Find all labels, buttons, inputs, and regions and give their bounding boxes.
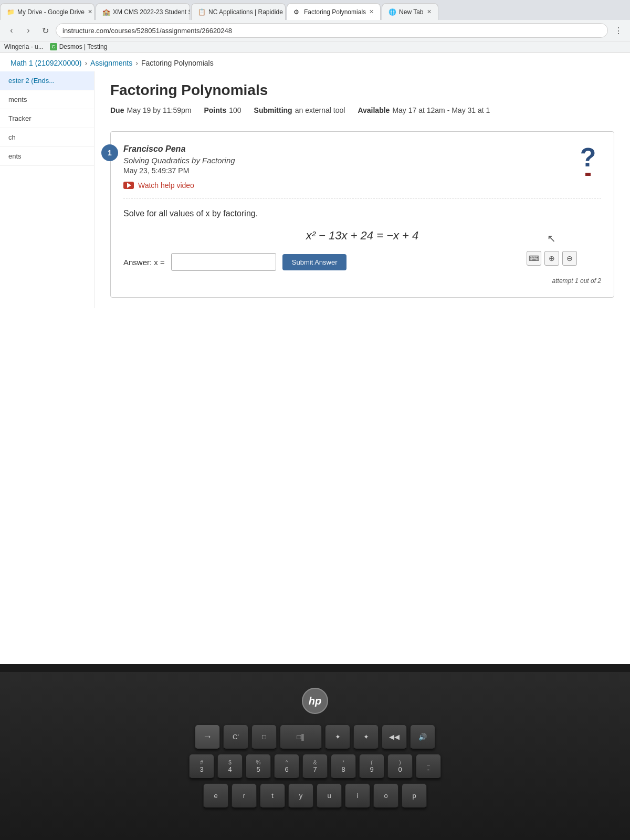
key-vol-up[interactable]: 🔊 (410, 724, 435, 750)
address-bar-input[interactable] (56, 23, 608, 38)
sidebar-item-ch[interactable]: ch (0, 128, 94, 147)
key-r[interactable]: r (232, 783, 257, 808)
problem-instruction: Solve for all values of x by factoring. (123, 209, 601, 218)
available-value: May 17 at 12am - May 31 at 1 (392, 106, 490, 114)
key-u[interactable]: u (317, 783, 342, 808)
points-label: Points (204, 106, 226, 114)
sidebar-item-tracker[interactable]: Tracker (0, 109, 94, 128)
math-equation: x² − 13x + 24 = −x + 4 (123, 229, 601, 243)
key-arrow-right[interactable]: → (195, 724, 220, 750)
tools-area: ⌨ ⊕ ⊖ (527, 251, 577, 266)
key-y[interactable]: y (288, 783, 313, 808)
key-9[interactable]: ( 9 (359, 754, 384, 779)
content-box: 1 ? Francisco Pena Solving Quadratics by… (110, 131, 614, 298)
tab-cms[interactable]: 🏫 XM CMS 2022-23 Student S ✕ (96, 3, 190, 20)
key-3[interactable]: # 3 (189, 754, 214, 779)
nav-buttons: ‹ › ↻ (4, 23, 52, 38)
key-7[interactable]: & 7 (302, 754, 328, 779)
tab-close-factoring[interactable]: ✕ (369, 8, 374, 15)
tab-google-drive[interactable]: 📁 My Drive - Google Drive ✕ (0, 3, 94, 20)
meta-due: Due May 19 by 11:59pm (110, 106, 191, 114)
tab-favicon-new: 🌐 (388, 8, 396, 16)
key-dash[interactable]: _ - (416, 754, 441, 779)
key-mute[interactable]: ◀◀ (382, 724, 407, 750)
keyboard-tool-button[interactable]: ⌨ (527, 251, 541, 266)
add-tool-button[interactable]: ⊕ (544, 251, 559, 266)
submitting-value: an external tool (295, 106, 345, 114)
tab-favicon-apps: 📋 (198, 8, 205, 16)
tab-favicon-cms: 🏫 (102, 8, 110, 16)
submit-answer-button[interactable]: Submit Answer (282, 254, 347, 270)
key-o[interactable]: o (373, 783, 398, 808)
divider (123, 198, 601, 198)
video-icon (123, 182, 134, 189)
tab-newtab[interactable]: 🌐 New Tab ✕ (382, 3, 438, 20)
page-content: Math 1 (21092X0000) › Assignments › Fact… (0, 52, 630, 664)
step-indicator: 1 (101, 144, 118, 161)
reload-button[interactable]: ↻ (38, 23, 52, 38)
key-sun-1[interactable]: ✦ (325, 724, 350, 750)
tab-factoring[interactable]: ⚙ Factoring Polynomials ✕ (287, 3, 381, 20)
meta-submitting: Submitting an external tool (254, 106, 345, 114)
tab-bar: 📁 My Drive - Google Drive ✕ 🏫 XM CMS 202… (0, 0, 630, 20)
question-mark-symbol: ? (580, 144, 596, 171)
back-button[interactable]: ‹ (4, 23, 19, 38)
breadcrumb-sep-2: › (135, 59, 138, 67)
breadcrumb-course[interactable]: Math 1 (21092X0000) (10, 59, 81, 67)
remove-tool-button[interactable]: ⊖ (562, 251, 577, 266)
key-8[interactable]: * 8 (331, 754, 356, 779)
forward-button[interactable]: › (21, 23, 36, 38)
submitting-label: Submitting (254, 106, 292, 114)
tab-applications[interactable]: 📋 NC Applications | Rapidide ✕ (191, 3, 286, 20)
assignment-title: Factoring Polynomials (110, 82, 614, 99)
meta-available: Available May 17 at 12am - May 31 at 1 (358, 106, 490, 114)
hp-logo: hp (302, 688, 328, 714)
key-t[interactable]: t (260, 783, 285, 808)
sidebar-item-semester[interactable]: ester 2 (Ends... (0, 71, 94, 90)
bookmarks-bar: Wingeria - u... C Desmos | Testing (0, 41, 630, 52)
assignment-meta: Due May 19 by 11:59pm Points 100 Submitt… (110, 106, 614, 114)
key-e[interactable]: e (203, 783, 228, 808)
browser-chrome: 📁 My Drive - Google Drive ✕ 🏫 XM CMS 202… (0, 0, 630, 52)
key-4[interactable]: $ 4 (217, 754, 243, 779)
key-6[interactable]: ^ 6 (274, 754, 299, 779)
address-bar-row: ‹ › ↻ ⋮ (0, 20, 630, 41)
question-mark-area: ? (575, 144, 601, 176)
key-c-prime[interactable]: C' (223, 724, 248, 750)
keyboard-row-1: # 3 $ 4 % 5 ^ 6 & 7 * 8 ( 9 ) 0 (189, 754, 441, 779)
sidebar-item-ents[interactable]: ents (0, 147, 94, 166)
keyboard-row-0: → C' □ □‖ ✦ ✦ ◀◀ 🔊 (195, 724, 435, 750)
points-value: 100 (229, 106, 241, 114)
bookmark-wingeria[interactable]: Wingeria - u... (4, 43, 44, 50)
key-i[interactable]: i (345, 783, 370, 808)
extensions-button[interactable]: ⋮ (611, 23, 626, 38)
problem-date: May 23, 5:49:37 PM (123, 166, 601, 175)
breadcrumb: Math 1 (21092X0000) › Assignments › Fact… (0, 52, 630, 71)
available-label: Available (358, 106, 390, 114)
bookmark-desmos-label: Desmos | Testing (59, 43, 108, 50)
key-p[interactable]: p (402, 783, 427, 808)
key-double-square[interactable]: □‖ (280, 724, 322, 750)
bookmark-desmos[interactable]: C Desmos | Testing (50, 43, 108, 50)
breadcrumb-section[interactable]: Assignments (90, 59, 132, 67)
tab-favicon-drive: 📁 (7, 8, 14, 16)
student-name: Francisco Pena (123, 144, 601, 154)
key-sun-2[interactable]: ✦ (353, 724, 379, 750)
answer-label: Answer: x = (123, 258, 165, 267)
key-5[interactable]: % 5 (246, 754, 271, 779)
tab-close-drive[interactable]: ✕ (88, 8, 92, 15)
tab-close-new[interactable]: ✕ (427, 8, 432, 15)
assignment-title-area: Factoring Polynomials Due May 19 by 11:5… (110, 71, 614, 123)
layout: ester 2 (Ends... ments Tracker ch ents F… (0, 71, 630, 308)
key-0[interactable]: ) 0 (387, 754, 413, 779)
due-value: May 19 by 11:59pm (127, 106, 191, 114)
problem-subtitle: Solving Quadratics by Factoring (123, 156, 601, 165)
bookmark-wingeria-label: Wingeria - u... (4, 43, 44, 50)
watch-video-link[interactable]: Watch help video (123, 181, 601, 190)
sidebar: ester 2 (Ends... ments Tracker ch ents (0, 71, 94, 308)
sidebar-item-assignments[interactable]: ments (0, 90, 94, 109)
keyboard-area: hp → C' □ □‖ ✦ ✦ ◀◀ 🔊 # 3 $ 4 % 5 ^ 6 & … (0, 672, 630, 840)
main-area: Factoring Polynomials Due May 19 by 11:5… (94, 71, 630, 308)
key-square[interactable]: □ (251, 724, 277, 750)
answer-input[interactable] (171, 253, 276, 271)
